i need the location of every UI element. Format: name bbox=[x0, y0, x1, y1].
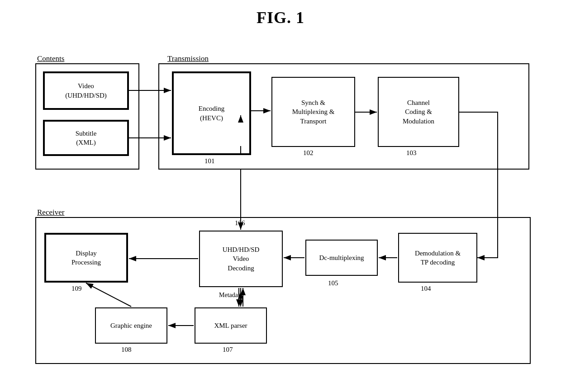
subtitle-box: Subtitle (XML) bbox=[43, 120, 129, 156]
receiver-label: Receiver bbox=[37, 208, 64, 217]
page-title: FIG. 1 bbox=[0, 0, 561, 27]
ref-109: 109 bbox=[71, 285, 82, 293]
ref-106: 106 bbox=[235, 219, 245, 227]
demodulation-box: Demodulation & TP decoding bbox=[398, 233, 477, 283]
channel-coding-box: Channel Coding & Modulation bbox=[378, 77, 459, 147]
uhd-decoding-box: UHD/HD/SD Video Decoding bbox=[199, 231, 283, 287]
ref-105: 105 bbox=[328, 279, 338, 287]
xml-parser-box: XML parser bbox=[195, 307, 267, 344]
ref-102: 102 bbox=[303, 149, 314, 157]
metadata-label: Metadata bbox=[219, 292, 242, 299]
transmission-label: Transmission bbox=[167, 54, 209, 63]
ref-104: 104 bbox=[421, 285, 431, 293]
encoding-box: Encoding (HEVC) bbox=[172, 71, 251, 155]
contents-label: Contents bbox=[37, 54, 64, 63]
dc-multiplexing-box: Dc-multiplexing bbox=[305, 240, 378, 276]
graphic-engine-box: Graphic engine bbox=[95, 307, 167, 344]
display-processing-box: Display Processing bbox=[44, 233, 128, 283]
ref-108: 108 bbox=[121, 346, 132, 354]
synch-box: Synch & Multiplexing & Transport bbox=[271, 77, 355, 147]
video-box: Video (UHD/HD/SD) bbox=[43, 71, 129, 110]
ref-101: 101 bbox=[204, 157, 215, 165]
ref-107: 107 bbox=[223, 346, 233, 354]
ref-103: 103 bbox=[406, 149, 417, 157]
